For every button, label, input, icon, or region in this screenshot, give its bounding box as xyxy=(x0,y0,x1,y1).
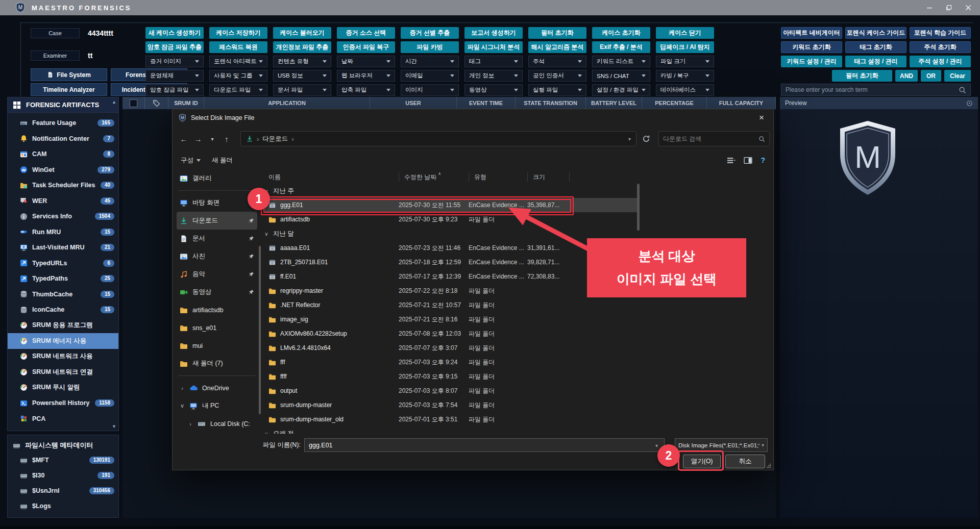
sidebar-item-17[interactable]: SRUM 푸시 알림 xyxy=(8,380,118,396)
scroll-down-icon[interactable]: ▼ xyxy=(112,424,116,429)
filetype-combo[interactable]: Disk Image Files(*.E01;*.Ex01;* ▾ xyxy=(675,438,768,452)
action-button-1-0[interactable]: 암호 잠금 파일 추출 xyxy=(145,41,204,53)
search-input[interactable] xyxy=(786,86,955,93)
dialog-nav-item-9[interactable]: 새 폴더 (7) xyxy=(177,355,257,372)
dialog-nav-item-2[interactable]: 문서 xyxy=(177,230,257,247)
table-column-6[interactable]: PERCENTAGE xyxy=(642,97,707,109)
filter-dropdown-1-3[interactable]: 웹 브라우저 xyxy=(337,70,395,82)
file-row-1-6[interactable]: AXIOMv860.42282setup2025-07-08 오후 12:03파… xyxy=(263,326,639,341)
breadcrumb-chevron-icon[interactable]: › xyxy=(291,135,293,143)
sidebar-item-13[interactable]: SRUM 응용 프로그램 xyxy=(8,318,118,334)
sidebar-item-16[interactable]: SRUM 네트워크 연결 xyxy=(8,364,118,380)
file-column-3[interactable]: 크기 xyxy=(527,172,569,182)
right-tool-button-1-1[interactable]: 태그 초기화 xyxy=(845,41,906,53)
sidebar-item-11[interactable]: ThumbCache15 xyxy=(8,287,118,303)
filter-dropdown-2-4[interactable]: 이미지 xyxy=(401,84,459,96)
module-button-2[interactable]: Timeline Analyzer xyxy=(31,83,107,96)
sidebar-item-4[interactable]: Task Scheduler Files40 xyxy=(8,178,118,193)
action-button-1-6[interactable]: 해시 알고리즘 분석 xyxy=(528,41,586,53)
action-button-0-8[interactable]: 케이스 닫기 xyxy=(656,27,714,39)
dialog-nav-item-7[interactable]: sns_e01 xyxy=(177,319,257,337)
file-row-1-7[interactable]: LMv6.2.4.4810x642025-07-07 오후 3:07파일 폴더 xyxy=(263,341,639,355)
select-all-checkbox[interactable] xyxy=(130,99,137,107)
action-button-1-1[interactable]: 패스워드 복원 xyxy=(209,41,267,53)
file-group-2[interactable]: ∨오래 전 xyxy=(263,426,639,434)
filter-dropdown-1-0[interactable]: 운영체제 xyxy=(145,70,204,82)
right-tool-button-0-1[interactable]: 포렌식 케이스 가이드 xyxy=(845,27,906,39)
file-column-0[interactable]: 이름 xyxy=(263,172,399,182)
filter-dropdown-1-6[interactable]: 공인 인증서 xyxy=(528,70,586,82)
action-button-0-5[interactable]: 보고서 생성하기 xyxy=(464,27,523,39)
operator-button-and[interactable]: AND xyxy=(895,70,918,82)
right-tool-button-0-2[interactable]: 포렌식 학습 가이드 xyxy=(910,27,971,39)
dialog-close-icon[interactable]: × xyxy=(750,109,773,127)
dialog-tree-item-2[interactable]: ›Local Disk (C: xyxy=(177,415,257,433)
table-column-3[interactable]: EVENT TIME xyxy=(457,97,516,109)
dialog-nav-item-6[interactable]: artifiactsdb xyxy=(177,301,257,319)
action-button-0-2[interactable]: 케이스 불러오기 xyxy=(273,27,331,39)
sidebar-item-8[interactable]: Last-Visited MRU21 xyxy=(8,240,118,256)
right-tool-button-1-2[interactable]: 주석 초기화 xyxy=(910,41,971,53)
module-button-0[interactable]: File System xyxy=(31,68,107,81)
back-icon[interactable]: ← xyxy=(177,132,191,146)
filter-dropdown-2-3[interactable]: 압축 파일 xyxy=(337,84,395,96)
sidebar-item-18[interactable]: Powershell History1158 xyxy=(8,395,118,411)
sidebar-item-12[interactable]: IconCache15 xyxy=(8,302,118,318)
dialog-nav-item-8[interactable]: mui xyxy=(177,337,257,355)
view-mode-icon[interactable] xyxy=(727,156,736,165)
filter-dropdown-2-2[interactable]: 문서 파일 xyxy=(273,84,331,96)
file-row-1-5[interactable]: image_sig2025-07-21 오전 8:16파일 폴더 xyxy=(263,312,639,326)
filter-reset-button[interactable]: 필터 초기화 xyxy=(832,70,892,82)
preview-options-icon[interactable] xyxy=(966,100,973,107)
close-button[interactable] xyxy=(960,1,977,14)
cancel-button[interactable]: 취소 xyxy=(725,455,765,468)
table-column-7[interactable]: FULL CAPACITY xyxy=(707,97,776,109)
scroll-up-icon[interactable]: ▲ xyxy=(112,100,116,105)
action-button-0-4[interactable]: 증거 선별 추출 xyxy=(401,27,459,39)
file-row-1-3[interactable]: regrippy-master2025-07-22 오전 8:18파일 폴더 xyxy=(263,284,639,298)
dialog-nav-item-4[interactable]: 음악 xyxy=(177,265,257,283)
action-button-0-6[interactable]: 필터 초기화 xyxy=(528,27,586,39)
nav-pane-scrollbar[interactable] xyxy=(259,246,261,414)
filter-dropdown-0-0[interactable]: 증거 이미지 xyxy=(145,56,204,67)
dialog-nav-item-1[interactable]: 다운로드 xyxy=(177,212,257,230)
sidebar-item-19[interactable]: PCA xyxy=(8,411,118,427)
filter-dropdown-1-5[interactable]: 개인 정보 xyxy=(464,70,523,82)
dialog-tree-item-0[interactable]: ›OneDrive xyxy=(177,379,257,397)
sidebar-item-5[interactable]: WER45 xyxy=(8,193,118,209)
expander-icon[interactable]: › xyxy=(188,421,193,427)
right-setting-button-2[interactable]: 주석 설정 / 관리 xyxy=(910,56,971,67)
action-button-1-7[interactable]: Exif 추출 / 분석 xyxy=(592,41,650,53)
filter-dropdown-1-8[interactable]: 카빙 / 복구 xyxy=(656,70,714,82)
filter-dropdown-1-2[interactable]: USB 정보 xyxy=(273,70,331,82)
file-row-1-9[interactable]: ffff2025-07-03 오후 9:15파일 폴더 xyxy=(263,369,639,384)
table-column-1[interactable]: APPLICATION xyxy=(204,97,370,109)
action-button-1-8[interactable]: 딥페이크 / AI 탐지 xyxy=(656,41,714,53)
filename-dropdown-icon[interactable]: ▾ xyxy=(655,443,658,448)
dialog-nav-item-5[interactable]: 동영상 xyxy=(177,283,257,301)
sidebar-item-7[interactable]: Run MRU15 xyxy=(8,224,118,240)
filter-dropdown-0-6[interactable]: 주석 xyxy=(528,56,586,67)
file-column-1[interactable]: 수정한 날짜∧ xyxy=(399,172,469,182)
forward-icon[interactable]: → xyxy=(191,132,205,146)
filter-dropdown-2-5[interactable]: 동영상 xyxy=(464,84,523,96)
file-row-1-12[interactable]: srum-dump-master_old2025-07-01 오후 3:51파일… xyxy=(263,412,639,426)
help-icon[interactable]: ? xyxy=(761,156,765,164)
filename-input[interactable] xyxy=(304,438,665,452)
filter-dropdown-2-0[interactable]: 암호 잠금 파일 xyxy=(145,84,204,96)
filter-dropdown-1-1[interactable]: 사용자 및 그룹 xyxy=(209,70,267,82)
right-setting-button-0[interactable]: 키워드 설정 / 관리 xyxy=(781,56,842,67)
filter-dropdown-0-1[interactable]: 포렌식 아티팩트 xyxy=(209,56,267,67)
sidebar-item-10[interactable]: TypedPaths25 xyxy=(8,271,118,287)
right-setting-button-1[interactable]: 태그 설정 / 관리 xyxy=(845,56,906,67)
action-button-0-0[interactable]: 새 케이스 생성하기 xyxy=(145,27,204,39)
table-column-2[interactable]: USER xyxy=(370,97,457,109)
file-row-1-11[interactable]: srum-dump-master2025-07-03 오후 7:54파일 폴더 xyxy=(263,398,639,412)
sidebar-item-3[interactable]: WinGet279 xyxy=(8,162,118,178)
recent-locations-icon[interactable]: ▾ xyxy=(205,132,219,146)
minimize-button[interactable] xyxy=(921,1,938,14)
right-tool-button-1-0[interactable]: 키워드 초기화 xyxy=(781,41,842,53)
breadcrumb[interactable]: 다운로드 xyxy=(262,135,288,143)
file-row-1-4[interactable]: .NET Reflector2025-07-21 오전 10:57파일 폴더 xyxy=(263,298,639,312)
sidebar-item-15[interactable]: SRUM 네트워크 사용 xyxy=(8,349,118,365)
